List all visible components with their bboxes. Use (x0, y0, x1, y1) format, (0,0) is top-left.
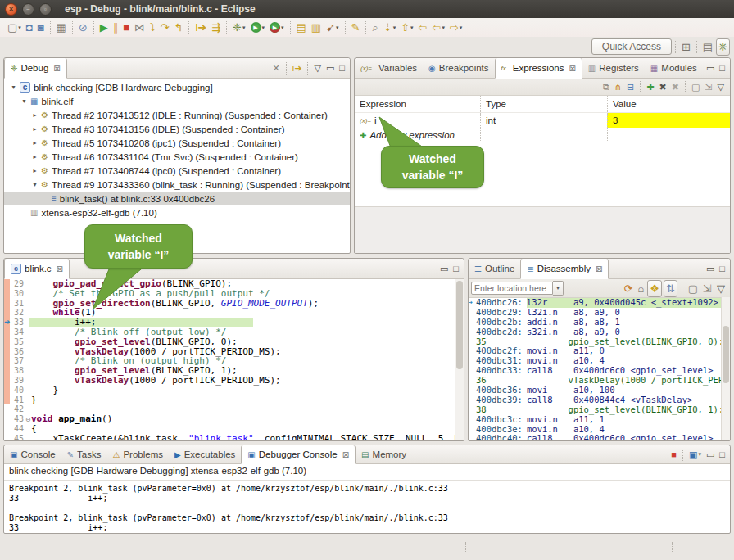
close-tab-icon[interactable]: ⊠ (596, 264, 602, 273)
close-tab-icon[interactable]: ⊠ (569, 64, 575, 73)
add-expression-icon[interactable]: ✚ (645, 79, 655, 95)
tab-disassembly[interactable]: ≣Disassembly⊠ (520, 259, 609, 279)
tab-blink-c[interactable]: cblink.c⊠ (4, 259, 70, 279)
step-return-icon[interactable]: ↰ (173, 20, 185, 35)
disassembly-line[interactable]: 400dbc3c:movi.n a11, 1 (469, 415, 722, 425)
open-element-icon[interactable]: ▤ (295, 20, 308, 35)
disassembly-listing[interactable]: ➜400dbc26:l32r a9, 0x400d045c <_stext+10… (469, 298, 722, 441)
close-tab-icon[interactable]: ⊠ (53, 64, 60, 73)
minimize-icon[interactable]: ▭ (705, 261, 716, 277)
dropdown-arrow-icon[interactable]: ▾ (18, 25, 21, 31)
debug-perspective-icon[interactable]: ❈ (716, 38, 730, 56)
mark-occurrences-icon[interactable]: ✎ (350, 20, 362, 35)
code-line[interactable]: 41} (4, 395, 455, 405)
last-edit-location-icon[interactable]: ⇣▾ (382, 20, 397, 35)
disassembly-line[interactable]: 400dbc40:call8 0x400dc6c0 <gpio_set_leve… (469, 434, 722, 441)
instruction-stepping-mode-icon[interactable]: i➜ (291, 61, 304, 76)
editor-scrollbar[interactable] (455, 279, 464, 440)
show-source-icon[interactable]: ❖ (647, 280, 662, 297)
expander-icon[interactable]: ▸ (30, 125, 39, 133)
debug-tree-item[interactable]: ▾cblink checking [GDB Hardware Debugging… (4, 80, 350, 94)
debug-tree-item[interactable]: ▥xtensa-esp32-elf-gdb (7.10) (4, 205, 350, 219)
new-wizard-icon[interactable]: ▢▾ (6, 20, 23, 35)
disassembly-line[interactable]: 400dbc39:call8 0x400844c4 <vTaskDelay> (469, 395, 722, 405)
code-line[interactable]: 39 vTaskDelay(1000 / portTICK_PERIOD_MS)… (4, 376, 455, 386)
close-tab-icon[interactable]: ⊠ (57, 264, 63, 273)
console-output[interactable]: Breakpoint 2, blink_task (pvParameter=0x… (4, 481, 730, 533)
tab-tasks[interactable]: ✎Tasks (61, 445, 107, 463)
skip-all-breakpoints-icon[interactable]: ⊘ (77, 20, 89, 35)
expander-icon[interactable]: ▸ (30, 139, 39, 147)
cpp-perspective-icon[interactable]: ▤ (701, 39, 714, 55)
close-window-button[interactable]: ✕ (5, 3, 17, 16)
debug-tree-item[interactable]: ▸⚙Thread #5 1073410208 (ipc1) (Suspended… (4, 136, 350, 150)
minimize-icon[interactable]: ▭ (438, 261, 450, 277)
tab-expressions[interactable]: fxExpressions⊠ (495, 58, 582, 79)
expander-icon[interactable]: ▸ (30, 111, 39, 119)
dropdown-arrow-icon[interactable]: ▾ (336, 25, 339, 31)
remove-all-expressions-icon[interactable]: ✖ (670, 79, 681, 95)
code-line[interactable]: 45 xTaskCreate(&blink_task, "blink_task"… (4, 434, 455, 441)
column-value[interactable]: Value (607, 96, 730, 112)
dropdown-arrow-icon[interactable]: ▾ (262, 25, 265, 31)
debug-tree-item[interactable]: ▾⚙Thread #9 1073433360 (blink_task : Run… (4, 178, 350, 192)
debug-tree-item[interactable]: ▸⚙Thread #2 1073413512 (IDLE : Running) … (4, 108, 350, 122)
remove-all-terminated-icon[interactable]: ✕ (271, 61, 282, 76)
dropdown-arrow-icon[interactable]: ▾ (442, 25, 445, 31)
column-expression[interactable]: Expression (355, 96, 480, 112)
tab-memory[interactable]: ▤Memory (356, 445, 412, 463)
disassembly-scrollbar-thumb[interactable] (723, 326, 729, 383)
open-resource-icon[interactable]: ▥ (310, 20, 323, 35)
collapse-all-icon[interactable]: ⊟ (625, 79, 636, 95)
tab-outline[interactable]: ☰Outline (469, 259, 520, 278)
resume-icon[interactable]: ▶ (98, 20, 110, 35)
new-view-icon[interactable]: ▢ (690, 79, 701, 95)
dropdown-arrow-icon[interactable]: ▾ (242, 25, 246, 31)
build-icon[interactable]: ▦ (55, 20, 68, 35)
disconnect-icon[interactable]: ⋈ (133, 20, 147, 35)
forward-icon[interactable]: ⇨▾ (448, 20, 464, 35)
pin-view-icon[interactable]: ⇲ (703, 79, 714, 95)
editor-scrollbar-thumb[interactable] (456, 281, 463, 369)
terminate-icon[interactable]: ■ (121, 20, 131, 35)
new-view-icon[interactable]: ▢ (686, 281, 700, 296)
minimize-icon[interactable]: ▭ (705, 447, 716, 463)
expander-icon[interactable]: ▾ (20, 97, 29, 105)
external-tools-icon[interactable]: ▶▾ (268, 20, 286, 35)
view-menu-icon[interactable]: ▽ (312, 61, 322, 76)
expander-icon[interactable]: ▾ (30, 181, 39, 188)
tab-debug[interactable]: ❈Debug⊠ (4, 58, 67, 79)
launch-icon[interactable]: ➹▾ (324, 20, 340, 35)
expander-icon[interactable]: ▸ (30, 167, 39, 174)
tab-modules[interactable]: ▦Modules (645, 58, 703, 78)
use-step-filters-icon[interactable]: ⇶ (210, 20, 222, 35)
code-line[interactable]: 40 } (4, 386, 455, 395)
view-menu-icon[interactable]: ▽ (716, 79, 726, 95)
disassembly-line[interactable]: 38 gpio_set_level(BLINK_GPIO, 1); (469, 405, 722, 415)
terminate-console-icon[interactable]: ■ (669, 447, 678, 463)
tab-problems[interactable]: ⚠Problems (106, 445, 169, 463)
sync-with-frame-icon[interactable]: ⇅ (664, 280, 677, 297)
dropdown-arrow-icon[interactable]: ▾ (698, 451, 701, 458)
step-over-icon[interactable]: ↷ (159, 20, 171, 35)
tab-console[interactable]: ▣Console (4, 445, 61, 463)
expander-icon[interactable]: ▸ (30, 153, 39, 160)
maximize-icon[interactable]: □ (338, 61, 347, 76)
location-input[interactable] (471, 282, 553, 295)
tab-debugger-console[interactable]: ▣Debugger Console⊠ (241, 445, 356, 464)
show-logical-structure-icon[interactable]: ⋔ (613, 79, 623, 95)
go-into-icon[interactable]: ⇧▾ (399, 20, 415, 35)
save-icon[interactable]: ◘ (25, 20, 34, 35)
expander-icon[interactable]: ▾ (9, 84, 18, 91)
maximize-icon[interactable]: □ (718, 447, 727, 463)
dropdown-arrow-icon[interactable]: ▾ (410, 25, 414, 31)
save-all-icon[interactable]: ◙ (36, 20, 46, 35)
dropdown-arrow-icon[interactable]: ▾ (281, 25, 284, 31)
minimize-icon[interactable]: ▭ (705, 61, 716, 76)
code-area[interactable]: 29 gpio_pad_select_gpio(BLINK_GPIO);30 /… (4, 279, 455, 441)
tab-variables[interactable]: (x)=Variables (355, 58, 423, 78)
tab-executables[interactable]: ▶Executables (169, 445, 241, 463)
tab-registers[interactable]: ▥Registers (582, 58, 645, 78)
dropdown-arrow-icon[interactable]: ▾ (460, 25, 463, 31)
back-history-icon[interactable]: ⇦▾ (431, 20, 446, 35)
